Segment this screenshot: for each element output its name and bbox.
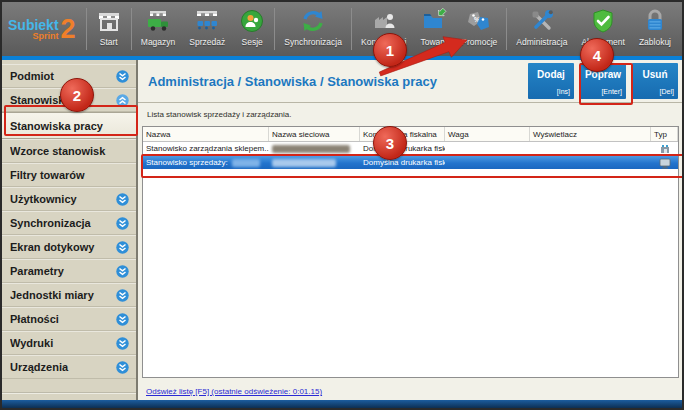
redacted-text (272, 145, 350, 153)
list-subtitle: Lista stanowisk sprzedaży i zarządzania. (147, 110, 292, 119)
usun-button[interactable]: Usuń [Del] (632, 63, 678, 99)
main-panel: Administracja / Stanowiska / Stanowiska … (138, 60, 682, 400)
toolbar-separator (131, 8, 132, 50)
sales-carts-icon (194, 8, 220, 34)
sidebar-item-wydruki[interactable]: Wydruki (2, 331, 136, 355)
logo-sprint: Sprint (33, 32, 59, 41)
sidebar-item-uzytkownicy[interactable]: Użytkownicy (2, 187, 136, 211)
column-header-waga[interactable]: Waga (445, 127, 530, 141)
sidebar-item-synchronizacja[interactable]: Synchronizacja (2, 211, 136, 235)
annotation-step-2: 2 (60, 78, 94, 112)
chevron-double-down-icon (116, 241, 129, 254)
toolbar-sprzedaz[interactable]: Sprzedaż (182, 2, 232, 56)
promo-tags-icon: % (466, 8, 492, 34)
toolbar-sesje[interactable]: Sesje (232, 2, 272, 56)
sidebar-item-filtry-towarow[interactable]: Filtry towarów (2, 163, 136, 187)
toolbar-magazyn[interactable]: Magazyn (134, 2, 183, 56)
sidebar-item-urzadzenia[interactable]: Urządzenia (2, 355, 136, 379)
toolbar-separator (506, 8, 507, 50)
padlock-icon (642, 8, 668, 34)
storefront-icon (96, 8, 122, 34)
annotation-step-1: 1 (373, 33, 407, 67)
sidebar-item-ekran-dotykowy[interactable]: Ekran dotykowy (2, 235, 136, 259)
store-mini-icon (659, 143, 671, 155)
toolbar-start[interactable]: Start (89, 2, 129, 56)
toolbar-zablokuj[interactable]: Zablokuj (632, 2, 678, 56)
sidebar-item-platnosci[interactable]: Płatności (2, 307, 136, 331)
app-window: Subiekt Sprint 2 Start Mag (0, 0, 684, 410)
chevron-double-down-icon (116, 265, 129, 278)
annotation-step-3: 3 (373, 126, 407, 160)
refresh-list-link[interactable]: Odśwież listę [F5] (ostatnie odświeżenie… (146, 387, 322, 396)
annotation-box-selected-row (141, 154, 684, 178)
toolbar-administracja[interactable]: Administracja (509, 2, 574, 56)
dodaj-button[interactable]: Dodaj [Ins] (528, 63, 574, 99)
toolbar-synchronizacja[interactable]: Synchronizacja (277, 2, 349, 56)
column-header-nazwa[interactable]: Nazwa (143, 127, 269, 141)
admin-tools-icon (529, 8, 555, 34)
contractors-icon (371, 8, 397, 34)
chevron-double-down-icon (116, 217, 129, 230)
chevron-double-down-icon (116, 70, 129, 83)
warehouse-truck-icon (145, 8, 171, 34)
chevron-double-down-icon (116, 193, 129, 206)
toolbar-separator (86, 8, 87, 50)
toolbar-towary[interactable]: Towary (413, 2, 454, 56)
annotation-step-4: 4 (580, 38, 614, 72)
table-header-row: Nazwa Nazwa sieciowa Konfiguracja fiskal… (143, 127, 678, 142)
sidebar-divider (2, 393, 136, 394)
shield-check-icon (590, 8, 616, 34)
chevron-double-down-icon (116, 289, 129, 302)
chevron-double-down-icon (116, 361, 129, 374)
column-header-typ[interactable]: Typ (651, 127, 678, 141)
sidebar-item-parametry[interactable]: Parametry (2, 259, 136, 283)
toolbar-separator (274, 8, 275, 50)
column-header-wyswietlacz[interactable]: Wyświetlacz (530, 127, 651, 141)
sync-arrows-icon (300, 8, 326, 34)
goods-folder-icon (421, 8, 447, 34)
breadcrumb: Administracja / Stanowiska / Stanowiska … (148, 74, 437, 89)
logo-number: 2 (61, 16, 76, 43)
sessions-person-icon (239, 8, 265, 34)
toolbar-separator (351, 8, 352, 50)
toolbar-promocje[interactable]: % Promocje (454, 2, 504, 56)
sidebar-item-jednostki-miary[interactable]: Jednostki miary (2, 283, 136, 307)
column-header-nazwa-sieciowa[interactable]: Nazwa sieciowa (269, 127, 360, 141)
window-bottom-edge (2, 400, 682, 408)
app-logo: Subiekt Sprint 2 (2, 2, 84, 56)
chevron-double-down-icon (116, 337, 129, 350)
top-toolbar: Subiekt Sprint 2 Start Mag (2, 2, 682, 56)
logo-subiekt: Subiekt (8, 18, 59, 32)
chevron-double-down-icon (116, 313, 129, 326)
sidebar-item-wzorce-stanowisk[interactable]: Wzorce stanowisk (2, 139, 136, 163)
